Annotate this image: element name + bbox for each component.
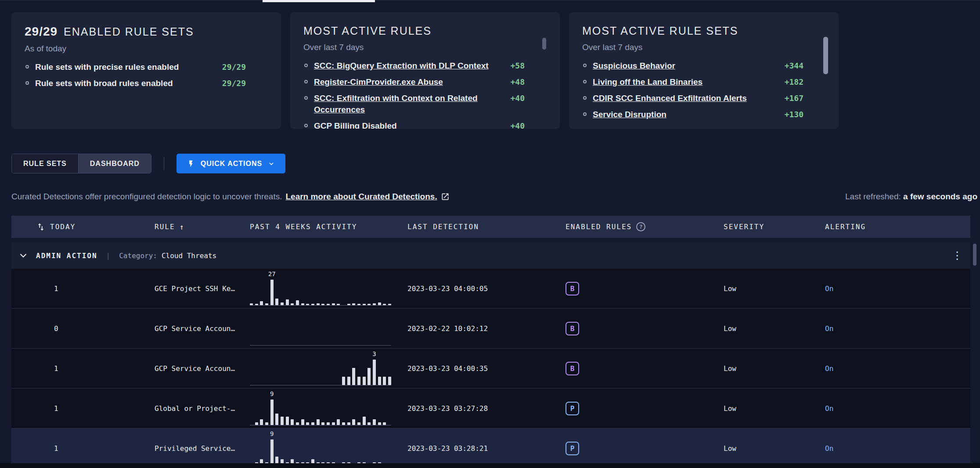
cell-rule: Global or Project-… [155, 404, 250, 413]
rule-link[interactable]: GCP Billing Disabled [314, 120, 510, 129]
chevron-down-icon [268, 160, 275, 167]
last-refreshed-value: a few seconds ago [903, 192, 977, 201]
card-subtitle: Over last 7 days [303, 43, 547, 52]
toolbar-divider [164, 157, 164, 170]
last-refreshed-label: Last refreshed: [845, 192, 901, 201]
scrollbar-thumb[interactable] [823, 37, 828, 74]
item-delta: +130 [785, 109, 803, 120]
item-delta: +344 [785, 60, 803, 72]
item-value: 29/29 [222, 61, 246, 73]
header-label: ALERTING [825, 223, 866, 231]
lightning-bolt-icon [187, 159, 195, 169]
learn-more-link[interactable]: Learn more about Curated Detections. [285, 192, 437, 202]
rule-link[interactable]: Service Disruption [593, 109, 785, 120]
table-row[interactable]: 1 GCE Project SSH Ke… 27 2023-03-23 04:0… [11, 269, 970, 309]
quick-actions-button[interactable]: QUICK ACTIONS [177, 154, 285, 173]
rule-type-badge[interactable]: B [566, 282, 579, 295]
summary-cards: 29/29 ENABLED RULE SETS As of today Rule… [11, 12, 839, 129]
column-header-today[interactable]: TODAY [11, 222, 155, 232]
bullet-icon [304, 124, 308, 127]
rule-link[interactable]: Suspicious Behavior [593, 60, 785, 72]
table-row[interactable]: 1 Privileged Service… 9 2023-03-23 03:28… [11, 428, 970, 468]
kebab-menu-icon[interactable]: ⋮ [952, 250, 962, 261]
item-delta: +40 [510, 93, 525, 104]
cell-today: 1 [11, 364, 155, 373]
cell-activity: 9 [250, 389, 407, 428]
rule-link[interactable]: CDIR SCC Enhanced Exfiltration Alerts [593, 93, 785, 104]
cell-last-detection: 2023-03-23 03:28:21 [407, 444, 566, 453]
top-divider [0, 0, 980, 0]
item-delta: +40 [510, 120, 525, 129]
help-icon[interactable]: ? [636, 222, 645, 231]
item-delta: +167 [785, 93, 803, 104]
cell-today: 0 [11, 324, 155, 333]
detections-table: TODAY RULE ↑ PAST 4 WEEKS ACTIVITY LAST … [11, 216, 970, 468]
cell-alerting[interactable]: On [825, 404, 970, 413]
card-most-active-rule-sets: MOST ACTIVE RULE SETS Over last 7 days S… [569, 12, 839, 129]
cell-last-detection: 2023-03-23 04:00:05 [407, 284, 566, 293]
cell-enabled-rules: P [566, 442, 724, 455]
cell-activity: 27 [250, 269, 407, 309]
header-label: ENABLED RULES [566, 223, 632, 231]
info-row: Curated Detections offer preconfigured d… [11, 192, 977, 202]
bullet-icon [304, 64, 308, 67]
cell-rule: Privileged Service… [155, 444, 250, 453]
rule-link[interactable]: SCC: BigQuery Extraction with DLP Contex… [314, 60, 510, 72]
rule-type-badge[interactable]: B [566, 362, 579, 375]
cell-alerting[interactable]: On [825, 284, 970, 293]
list-item: SCC: BigQuery Extraction with DLP Contex… [303, 60, 525, 72]
cell-alerting[interactable]: On [825, 324, 970, 333]
cell-alerting[interactable]: On [825, 364, 970, 373]
column-header-severity[interactable]: SEVERITY [724, 223, 825, 231]
bottom-scroll-track[interactable] [0, 463, 980, 468]
chevron-down-icon[interactable] [18, 250, 29, 261]
list-item: Register-CimProvider.exe Abuse +48 [303, 76, 525, 88]
view-toolbar: RULE SETS DASHBOARD QUICK ACTIONS [11, 154, 285, 173]
cell-activity [250, 309, 407, 349]
bullet-icon [583, 96, 587, 100]
table-row[interactable]: 0 GCP Service Accoun… 2023-02-22 10:02:1… [11, 309, 970, 349]
rule-type-badge[interactable]: B [566, 322, 579, 335]
group-category-label: Category: [119, 252, 157, 260]
cell-severity: Low [724, 364, 825, 373]
activity-sparkline: 3 [250, 349, 391, 385]
column-header-enabled-rules[interactable]: ENABLED RULES ? [566, 222, 724, 231]
rule-link[interactable]: Living off the Land Binaries [593, 76, 785, 88]
card-title: ENABLED RULE SETS [64, 25, 194, 38]
table-body: 1 GCE Project SSH Ke… 27 2023-03-23 04:0… [11, 269, 970, 468]
cell-enabled-rules: B [566, 322, 724, 335]
rule-link[interactable]: Register-CimProvider.exe Abuse [314, 76, 510, 88]
rule-sets-tab[interactable]: RULE SETS [12, 154, 78, 173]
bullet-icon [304, 80, 308, 83]
activity-sparkline: 27 [250, 269, 391, 306]
cell-last-detection: 2023-03-23 03:27:28 [407, 404, 566, 413]
bullet-icon [25, 65, 29, 68]
rule-type-badge[interactable]: P [566, 442, 579, 455]
table-row[interactable]: 1 Global or Project-… 9 2023-03-23 03:27… [11, 389, 970, 428]
scrollbar-thumb[interactable] [542, 38, 546, 50]
scrollbar-thumb[interactable] [973, 244, 976, 266]
cell-activity: 9 [250, 428, 407, 468]
swap-vertical-icon [36, 222, 46, 232]
table-row[interactable]: 1 GCP Service Accoun… 3 2023-03-23 04:00… [11, 349, 970, 389]
list-item: SCC: Exfiltration with Context on Relate… [303, 93, 525, 115]
card-list: SCC: BigQuery Extraction with DLP Contex… [303, 60, 547, 129]
sparkline-peak-label: 9 [270, 390, 274, 397]
list-item: Rule sets with precise rules enabled 29/… [25, 61, 246, 73]
rule-set-group-row[interactable]: ADMIN ACTION | Category: Cloud Threats ⋮ [11, 242, 970, 269]
column-header-alerting[interactable]: ALERTING [825, 223, 970, 231]
column-header-last-detection[interactable]: LAST DETECTION [407, 223, 566, 231]
bullet-icon [25, 81, 29, 85]
dashboard-tab[interactable]: DASHBOARD [78, 154, 151, 173]
column-header-activity[interactable]: PAST 4 WEEKS ACTIVITY [250, 223, 407, 231]
enabled-rule-sets-count: 29/29 [25, 25, 58, 39]
card-subtitle: Over last 7 days [582, 43, 825, 52]
column-header-rule[interactable]: RULE ↑ [155, 223, 250, 231]
rule-link[interactable]: SCC: Exfiltration with Context on Relate… [314, 93, 510, 115]
cell-severity: Low [724, 444, 825, 453]
bullet-icon [304, 96, 308, 100]
cell-alerting[interactable]: On [825, 444, 970, 453]
item-label: Rule sets with precise rules enabled [35, 61, 222, 73]
rule-type-badge[interactable]: P [566, 402, 579, 415]
group-category-value: Cloud Threats [162, 252, 216, 260]
